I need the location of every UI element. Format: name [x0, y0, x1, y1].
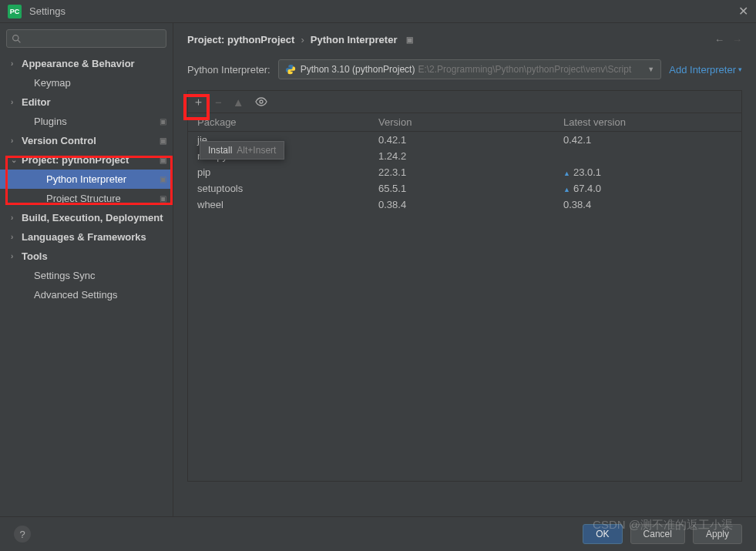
sidebar-item[interactable]: Keymap [0, 73, 173, 92]
chevron-icon: › [11, 233, 18, 241]
search-icon [12, 34, 22, 44]
sidebar-item-label: Keymap [34, 77, 71, 89]
cancel-button[interactable]: Cancel [630, 524, 685, 544]
sidebar-item-label: Project Structure [46, 193, 121, 204]
sidebar-item[interactable]: ›Editor [0, 92, 173, 112]
sidebar-item-label: Project: pythonProject [22, 154, 129, 166]
python-icon [285, 64, 296, 75]
sidebar-item[interactable]: ›Languages & Frameworks [0, 227, 173, 247]
cell-version: 0.42.1 [378, 134, 563, 146]
sidebar-item-label: Settings Sync [34, 270, 96, 281]
cell-latest: ▲67.4.0 [563, 183, 741, 194]
sidebar-item[interactable]: Python Interpreter▣ [0, 170, 173, 189]
titlebar: PC Settings ✕ [0, 0, 756, 23]
svg-point-2 [260, 100, 263, 103]
scope-icon: ▣ [160, 156, 166, 164]
sidebar-item-label: Editor [22, 96, 51, 108]
cell-version: 0.38.4 [378, 199, 563, 210]
settings-tree: ›Appearance & BehaviorKeymap›EditorPlugi… [0, 54, 173, 304]
sidebar-item[interactable]: ›Build, Execution, Deployment [0, 208, 173, 227]
scope-icon: ▣ [160, 136, 166, 145]
chevron-icon: › [11, 252, 18, 260]
chevron-right-icon: › [301, 34, 304, 45]
cell-version: 1.24.2 [378, 150, 563, 162]
sidebar-item[interactable]: Project Structure▣ [0, 189, 173, 208]
scope-icon: ▣ [160, 175, 166, 183]
sidebar-item[interactable]: Advanced Settings [0, 285, 173, 304]
eye-icon[interactable] [255, 96, 267, 109]
sidebar-item[interactable]: Settings Sync [0, 266, 173, 285]
upgrade-package-button[interactable]: ▲ [233, 96, 244, 109]
table-header: Package Version Latest version [188, 113, 741, 132]
chevron-icon: ⌄ [11, 156, 18, 164]
apply-button[interactable]: Apply [693, 524, 742, 544]
app-icon: PC [8, 5, 22, 18]
svg-point-0 [13, 35, 18, 40]
sidebar-item[interactable]: ›Version Control▣ [0, 131, 173, 150]
header-package[interactable]: Package [197, 116, 378, 128]
sidebar-item-label: Appearance & Behavior [22, 58, 135, 69]
table-row[interactable]: setuptools65.5.1▲67.4.0 [188, 180, 741, 197]
ok-button[interactable]: OK [583, 524, 622, 544]
table-row[interactable]: pip22.3.1▲23.0.1 [188, 164, 741, 180]
scope-icon: ▣ [160, 194, 166, 203]
breadcrumb-project: Project: pythonProject [187, 34, 294, 45]
sidebar-item-label: Build, Execution, Deployment [22, 212, 163, 223]
sidebar-item[interactable]: ⌄Project: pythonProject▣ [0, 150, 173, 170]
sidebar-item-label: Languages & Frameworks [22, 231, 146, 243]
help-button[interactable]: ? [14, 526, 31, 543]
cell-package: pip [197, 166, 378, 178]
install-tooltip: InstallAlt+Insert [200, 141, 284, 160]
interpreter-name: Python 3.10 (pythonProject) [301, 64, 415, 75]
sidebar-item[interactable]: ›Tools [0, 247, 173, 266]
remove-package-button[interactable]: − [215, 96, 222, 109]
interpreter-label: Python Interpreter: [187, 64, 270, 76]
svg-line-1 [18, 40, 20, 42]
header-latest[interactable]: Latest version [563, 116, 741, 128]
chevron-icon: › [11, 98, 18, 106]
close-icon[interactable]: ✕ [738, 4, 748, 18]
cell-package: wheel [197, 199, 378, 210]
packages-table: Package Version Latest version jie0.42.1… [187, 113, 742, 482]
search-input[interactable] [25, 33, 161, 44]
nav-forward-icon[interactable]: → [732, 34, 742, 45]
sidebar: ›Appearance & BehaviorKeymap›EditorPlugi… [0, 23, 173, 516]
sidebar-item-label: Version Control [22, 135, 96, 146]
footer: ? OK Cancel Apply [0, 516, 756, 551]
cell-latest: ▲23.0.1 [563, 166, 741, 178]
sidebar-item-label: Python Interpreter [46, 173, 126, 185]
sidebar-item-label: Tools [22, 250, 48, 262]
interpreter-path: E:\2.Programming\Python\pythonProject\ve… [418, 64, 631, 75]
chevron-icon: › [11, 136, 18, 145]
chevron-icon: › [11, 59, 18, 68]
sidebar-item[interactable]: ›Appearance & Behavior [0, 54, 173, 73]
scope-icon: ▣ [160, 117, 166, 126]
scope-icon: ▣ [406, 35, 413, 44]
add-interpreter-link[interactable]: Add Interpreter▾ [669, 64, 742, 76]
sidebar-item-label: Plugins [34, 116, 67, 127]
add-package-button[interactable]: ＋ [193, 95, 204, 109]
cell-latest: 0.38.4 [563, 199, 741, 210]
upgrade-icon: ▲ [563, 186, 570, 193]
chevron-down-icon: ▼ [647, 66, 654, 73]
search-input-container[interactable] [6, 29, 166, 48]
window-title: Settings [29, 5, 66, 17]
chevron-icon: › [11, 213, 18, 222]
cell-latest: 0.42.1 [563, 134, 741, 146]
cell-version: 22.3.1 [378, 166, 563, 178]
nav-back-icon[interactable]: ← [714, 34, 724, 45]
table-row[interactable]: wheel0.38.40.38.4 [188, 197, 741, 213]
sidebar-item[interactable]: Plugins▣ [0, 112, 173, 131]
cell-version: 65.5.1 [378, 183, 563, 194]
package-toolbar: ＋ − ▲ [187, 90, 742, 113]
breadcrumb: Project: pythonProject › Python Interpre… [187, 34, 742, 45]
interpreter-dropdown[interactable]: Python 3.10 (pythonProject) E:\2.Program… [278, 59, 662, 79]
breadcrumb-page: Python Interpreter [311, 34, 398, 45]
sidebar-item-label: Advanced Settings [34, 289, 117, 301]
upgrade-icon: ▲ [563, 170, 570, 177]
header-version[interactable]: Version [378, 116, 563, 128]
cell-package: setuptools [197, 183, 378, 194]
main-panel: ← → Project: pythonProject › Python Inte… [173, 23, 756, 516]
